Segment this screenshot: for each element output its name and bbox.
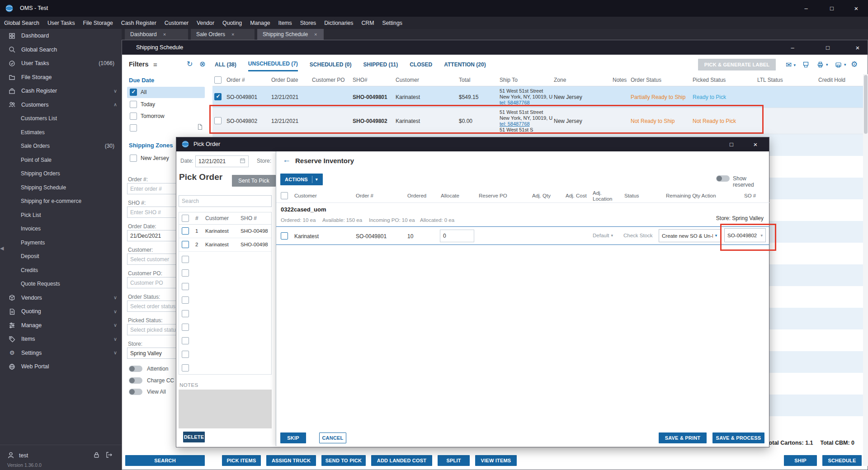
tab-closed[interactable]: CLOSED — [410, 61, 432, 71]
close-icon[interactable]: × — [314, 32, 317, 37]
order-number-link[interactable]: SO-0049801 — [226, 94, 257, 100]
app-close-button[interactable]: × — [844, 0, 868, 17]
menu-items[interactable]: Items — [274, 17, 296, 29]
search-button[interactable]: SEARCH — [125, 455, 205, 466]
location-dropdown[interactable]: Default ▾ — [593, 233, 613, 238]
sidebar-item-quote-requests[interactable]: Quote Requests — [0, 277, 122, 291]
sidebar-item-credits[interactable]: Credits — [0, 263, 122, 277]
sidebar-item-point-of-sale[interactable]: Point of Sale — [0, 153, 122, 167]
pick-items-button[interactable]: PICK ITEMS — [222, 455, 261, 466]
skip-button[interactable]: SKIP — [280, 432, 306, 443]
check-stock-button[interactable]: Check Stock — [623, 233, 653, 238]
empty-row-checkbox[interactable] — [182, 296, 189, 304]
menu-customer[interactable]: Customer — [160, 17, 193, 29]
sidebar-item-cash-register[interactable]: Cash Register ∨ — [0, 84, 122, 98]
today-checkbox[interactable] — [130, 101, 137, 108]
sidebar-item-settings[interactable]: ⚙ Settings ∨ — [0, 346, 122, 360]
sidebar-item-customers-list[interactable]: Customers List — [0, 112, 122, 126]
label-printer-button[interactable] — [802, 61, 810, 68]
app-maximize-button[interactable]: □ — [819, 0, 844, 17]
close-icon[interactable]: × — [163, 32, 166, 37]
close-button[interactable]: × — [745, 137, 766, 151]
row-checkbox[interactable] — [182, 227, 189, 235]
due-date-option-today[interactable]: Today — [127, 99, 205, 110]
due-date-option-tomorrow[interactable]: Tomorrow — [127, 111, 205, 122]
sidebar-item-shipping-ecommerce[interactable]: Shipping for e-commerce — [0, 194, 122, 208]
show-reserved-toggle[interactable] — [716, 175, 730, 182]
menu-global-search[interactable]: Global Search — [0, 17, 43, 29]
lock-icon[interactable] — [93, 451, 100, 460]
calendar-icon[interactable] — [240, 158, 245, 165]
tab-scheduled[interactable]: SCHEDULED (0) — [310, 61, 352, 71]
sidebar-item-estimates[interactable]: Estimates — [0, 126, 122, 140]
close-button[interactable]: × — [848, 40, 868, 55]
back-arrow-icon[interactable]: ← — [283, 155, 291, 164]
tab-attention[interactable]: ATTENTION (20) — [444, 61, 486, 71]
date-input[interactable]: 12/21/2021 — [195, 155, 249, 167]
sidebar-item-dashboard[interactable]: Dashboard — [0, 29, 122, 43]
tab-dashboard[interactable]: Dashboard× — [125, 29, 188, 40]
sidebar-item-pick-list[interactable]: Pick List — [0, 208, 122, 222]
email-button[interactable]: ✉ ▾ — [786, 61, 796, 69]
attention-toggle[interactable] — [129, 366, 142, 372]
sent-to-pick-button[interactable]: Sent To Pick — [232, 175, 276, 187]
tab-all[interactable]: ALL (38) — [215, 61, 236, 71]
sidebar-item-shipping-schedule[interactable]: Shipping Schedule — [0, 181, 122, 195]
due-date-option-custom[interactable] — [127, 122, 205, 134]
notes-textarea[interactable] — [179, 390, 272, 428]
vertical-scrollbar[interactable] — [863, 74, 868, 466]
menu-vendor[interactable]: Vendor — [193, 17, 218, 29]
row-checkbox[interactable] — [182, 241, 189, 248]
sidebar-item-shipping-orders[interactable]: Shipping Orders — [0, 167, 122, 181]
menu-dictionaries[interactable]: Dictionaries — [320, 17, 357, 29]
copy-icon[interactable] — [197, 124, 203, 132]
schedule-button[interactable]: SCHEDULE — [822, 455, 862, 466]
save-process-button[interactable]: SAVE & PROCESS — [712, 432, 764, 443]
sidebar-item-vendors[interactable]: Vendors ∨ — [0, 291, 122, 305]
empty-row-checkbox[interactable] — [182, 351, 189, 358]
empty-row-checkbox[interactable] — [182, 256, 189, 263]
sidebar-item-invoices[interactable]: Invoices — [0, 222, 122, 236]
grid-settings-gear-icon[interactable]: ⚙ — [851, 60, 858, 69]
logout-icon[interactable] — [106, 451, 113, 460]
save-print-button[interactable]: SAVE & PRINT — [659, 432, 707, 443]
app-minimize-button[interactable]: – — [793, 0, 819, 17]
due-date-option-all[interactable]: All — [127, 87, 205, 98]
pick-order-row-1[interactable]: 1 Karinatest SHO-00498 — [179, 225, 271, 238]
view-all-toggle[interactable] — [129, 389, 142, 395]
sidebar-item-manage[interactable]: Manage ∨ — [0, 319, 122, 333]
tab-shipping-schedule[interactable]: Shipping Schedule× — [257, 29, 324, 40]
sidebar-collapse-icon[interactable]: ◀ — [0, 245, 4, 251]
menu-user-tasks[interactable]: User Tasks — [43, 17, 79, 29]
allocate-input[interactable]: 0 — [440, 230, 474, 242]
tab-sale-orders[interactable]: Sale Orders× — [191, 29, 255, 40]
close-icon[interactable]: × — [231, 32, 234, 37]
scrollbar-thumb[interactable] — [864, 75, 868, 134]
sidebar-item-deposit[interactable]: Deposit — [0, 249, 122, 263]
assign-truck-button[interactable]: ASSIGN TRUCK — [266, 455, 316, 466]
add-landed-cost-button[interactable]: ADD LANDED COST — [371, 455, 432, 466]
select-all-checkbox[interactable] — [182, 215, 189, 222]
menu-manage[interactable]: Manage — [246, 17, 274, 29]
menu-stores[interactable]: Stores — [296, 17, 321, 29]
reserve-row[interactable]: Karinatest SO-0049801 10 0 Default ▾ Che… — [276, 227, 769, 245]
menu-file-storage[interactable]: File Storage — [79, 17, 117, 29]
tomorrow-checkbox[interactable] — [130, 113, 137, 120]
export-print-button[interactable]: ▾ — [835, 61, 846, 68]
sidebar-item-file-storage[interactable]: File Storage — [0, 70, 122, 85]
clear-filter-icon[interactable]: ⊗ — [199, 60, 205, 68]
split-button[interactable]: SPLIT — [438, 455, 470, 466]
sidebar-item-user-tasks[interactable]: User Tasks (1066) — [0, 56, 122, 70]
row-checkbox[interactable] — [214, 117, 222, 124]
remaining-action-dropdown[interactable]: Create new SO & Un-Re ▼ — [659, 229, 721, 242]
order-number-link[interactable]: SO-0049801 — [356, 233, 387, 240]
row-checkbox[interactable] — [214, 93, 222, 100]
empty-row-checkbox[interactable] — [182, 364, 189, 371]
order-row-1[interactable]: SO-0049801 12/21/2021 SHO-0049801 Karina… — [212, 86, 863, 108]
sho-number-link[interactable]: SHO-0049801 — [353, 94, 387, 100]
empty-row-checkbox[interactable] — [182, 324, 189, 331]
empty-row-checkbox[interactable] — [182, 283, 189, 290]
actions-button[interactable]: ACTIONS ▾ — [280, 174, 323, 185]
pick-generate-label-button[interactable]: PICK & GENERATE LABEL — [698, 59, 776, 70]
sidebar-item-customers[interactable]: Customers ∧ — [0, 98, 122, 112]
